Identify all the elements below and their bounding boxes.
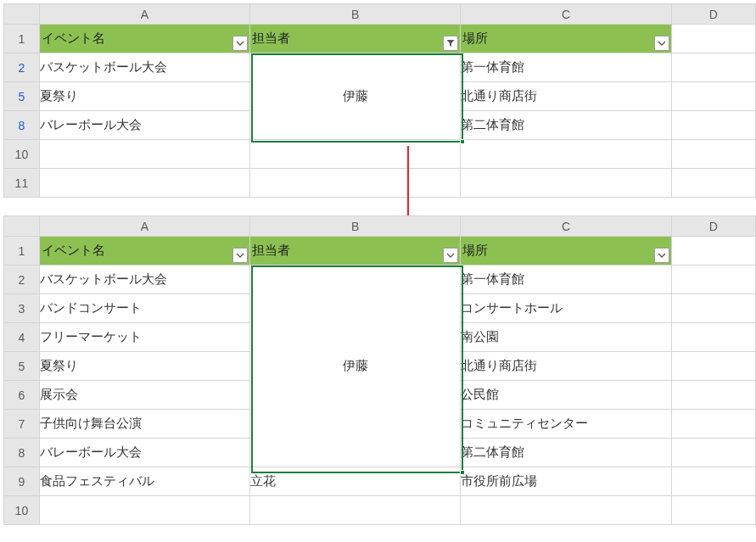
cell[interactable] [39,496,249,525]
table-row[interactable]: 9 食品フェスティバル 立花 市役所前広場 [4,467,756,496]
cell-place[interactable]: コンサートホール [461,294,671,323]
cell-D[interactable] [671,53,755,82]
select-all-corner[interactable] [4,4,40,25]
row-header[interactable]: 1 [4,25,40,53]
column-header-D[interactable]: D [671,4,755,25]
cell-event[interactable]: バレーボール大会 [39,111,249,140]
select-all-corner[interactable] [4,216,40,237]
cell-event[interactable]: 食品フェスティバル [39,467,249,496]
cell-event[interactable]: 展示会 [39,381,249,410]
row-header[interactable]: 2 [4,53,40,82]
table-row[interactable]: 10 [4,496,756,525]
header-person[interactable]: 担当者 [250,25,461,53]
merged-cell-person[interactable]: 伊藤 [250,53,461,140]
column-header-C[interactable]: C [461,4,671,25]
cell[interactable] [250,169,461,198]
cell-place[interactable]: コミュニティセンター [461,410,671,439]
cell-event[interactable]: 子供向け舞台公演 [39,410,249,439]
cell-person[interactable]: 立花 [250,467,461,496]
row-header[interactable]: 5 [4,352,40,381]
cell-D[interactable] [671,439,755,467]
row-header[interactable]: 1 [4,237,40,265]
row-header[interactable]: 10 [4,496,40,525]
row-header[interactable]: 6 [4,381,40,410]
cell[interactable] [671,496,755,525]
cell[interactable] [39,140,249,169]
table-row[interactable]: 11 [4,169,756,198]
row-header[interactable]: 2 [4,265,40,294]
filter-dropdown-button[interactable] [654,248,669,263]
cell-D[interactable] [671,294,755,323]
filter-dropdown-button-active[interactable] [443,36,458,51]
cell-place[interactable]: 第二体育館 [461,439,671,467]
cell-D[interactable] [671,265,755,294]
row-header[interactable]: 4 [4,323,40,352]
cell-D1[interactable] [671,237,755,265]
filter-dropdown-button[interactable] [443,248,458,263]
column-header-B[interactable]: B [250,4,461,25]
table-row[interactable]: 2 バスケットボール大会 伊藤 第一体育館 [4,53,756,82]
table-row[interactable]: 2 バスケットボール大会 伊藤 第一体育館 [4,265,756,294]
column-header-row[interactable]: A B C D [4,4,756,25]
cell-place[interactable]: 市役所前広場 [461,467,671,496]
column-header-D[interactable]: D [671,216,755,237]
header-place[interactable]: 場所 [461,25,671,53]
cell[interactable] [461,169,671,198]
row-header[interactable]: 9 [4,467,40,496]
table-row[interactable]: 1 イベント名 担当者 場所 [4,25,756,53]
table-row[interactable]: 10 [4,140,756,169]
cell-place[interactable]: 北通り商店街 [461,352,671,381]
merged-cell-person[interactable]: 伊藤 [250,265,461,467]
spreadsheet-top[interactable]: A B C D 1 イベント名 担当者 [3,3,756,198]
row-header[interactable]: 5 [4,82,40,111]
cell[interactable] [250,496,461,525]
row-header[interactable]: 10 [4,140,40,169]
cell[interactable] [39,169,249,198]
row-header[interactable]: 3 [4,294,40,323]
row-header[interactable]: 8 [4,439,40,467]
cell-D[interactable] [671,82,755,111]
spreadsheet-bottom[interactable]: A B C D 1 イベント名 担当者 場所 [3,215,756,525]
cell-place[interactable]: 第一体育館 [461,265,671,294]
row-header[interactable]: 7 [4,410,40,439]
cell-D[interactable] [671,352,755,381]
header-place[interactable]: 場所 [461,237,671,265]
row-header[interactable]: 11 [4,169,40,198]
cell-event[interactable]: バレーボール大会 [39,439,249,467]
table-row[interactable]: 1 イベント名 担当者 場所 [4,237,756,265]
cell-event[interactable]: フリーマーケット [39,323,249,352]
cell[interactable] [461,140,671,169]
cell-place[interactable]: 第一体育館 [461,53,671,82]
cell[interactable] [250,140,461,169]
cell[interactable] [671,169,755,198]
cell-D[interactable] [671,410,755,439]
row-header[interactable]: 8 [4,111,40,140]
cell-D[interactable] [671,111,755,140]
cell-D[interactable] [671,323,755,352]
header-person[interactable]: 担当者 [250,237,461,265]
cell-D1[interactable] [671,25,755,53]
filter-dropdown-button[interactable] [232,36,248,51]
cell-place[interactable]: 北通り商店街 [461,82,671,111]
cell-D[interactable] [671,381,755,410]
cell-event[interactable]: 夏祭り [39,82,249,111]
cell-event[interactable]: バスケットボール大会 [39,53,249,82]
cell-D[interactable] [671,467,755,496]
cell-place[interactable]: 第二体育館 [461,111,671,140]
cell-event[interactable]: バンドコンサート [39,294,249,323]
cell-event[interactable]: バスケットボール大会 [39,265,249,294]
column-header-B[interactable]: B [250,216,461,237]
cell-place[interactable]: 南公園 [461,323,671,352]
header-event[interactable]: イベント名 [39,237,249,265]
column-header-row[interactable]: A B C D [4,216,756,237]
filter-dropdown-button[interactable] [232,248,248,263]
cell-place[interactable]: 公民館 [461,381,671,410]
cell[interactable] [671,140,755,169]
cell-event[interactable]: 夏祭り [39,352,249,381]
cell[interactable] [461,496,671,525]
column-header-C[interactable]: C [461,216,671,237]
column-header-A[interactable]: A [39,4,249,25]
column-header-A[interactable]: A [39,216,249,237]
header-event[interactable]: イベント名 [39,25,249,53]
filter-dropdown-button[interactable] [654,36,669,51]
